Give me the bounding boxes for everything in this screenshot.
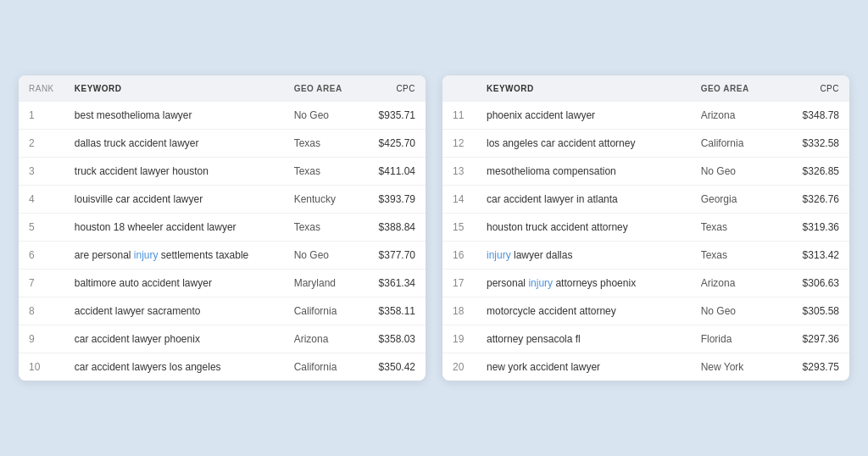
- table-row: 13 mesothelioma compensation No Geo $326…: [442, 158, 849, 186]
- left-col-geo: GEO AREA: [284, 75, 361, 102]
- cell-cpc: $332.58: [777, 130, 849, 158]
- page-wrapper: RANK KEYWORD GEO AREA CPC 1 best mesothe…: [19, 75, 849, 381]
- cell-keyword: los angeles car accident attorney: [476, 130, 691, 158]
- cell-geo: Texas: [284, 158, 361, 186]
- cell-geo: No Geo: [691, 158, 777, 186]
- right-col-rank: [442, 75, 476, 102]
- cell-keyword: are personal injury settlements taxable: [64, 242, 284, 270]
- cell-keyword: best mesothelioma lawyer: [64, 102, 284, 130]
- cell-rank: 20: [442, 353, 476, 381]
- cell-rank: 10: [19, 353, 64, 381]
- cell-keyword: injury lawyer dallas: [476, 242, 691, 270]
- cell-geo: Texas: [284, 214, 361, 242]
- right-col-geo: GEO AREA: [691, 75, 777, 102]
- table-row: 8 accident lawyer sacramento California …: [19, 298, 426, 325]
- cell-keyword: car accident lawyer in atlanta: [476, 186, 691, 214]
- left-col-keyword: KEYWORD: [64, 75, 284, 102]
- right-table: KEYWORD GEO AREA CPC 11 phoenix accident…: [442, 75, 849, 381]
- cell-cpc: $348.78: [777, 102, 849, 130]
- cell-keyword: mesothelioma compensation: [476, 158, 691, 186]
- cell-cpc: $393.79: [361, 186, 426, 214]
- cell-rank: 2: [19, 130, 64, 158]
- cell-geo: No Geo: [284, 242, 361, 270]
- cell-keyword: phoenix accident lawyer: [476, 102, 691, 130]
- cell-cpc: $377.70: [361, 242, 426, 270]
- cell-cpc: $306.63: [777, 270, 849, 298]
- table-row: 17 personal injury attorneys phoenix Ari…: [442, 270, 849, 298]
- left-col-cpc: CPC: [361, 75, 426, 102]
- cell-geo: California: [284, 353, 361, 381]
- cell-cpc: $358.11: [361, 298, 426, 325]
- cell-cpc: $305.58: [777, 298, 849, 325]
- cell-rank: 12: [442, 130, 476, 158]
- table-row: 20 new york accident lawyer New York $29…: [442, 353, 849, 381]
- table-row: 9 car accident lawyer phoenix Arizona $3…: [19, 325, 426, 353]
- cell-keyword: motorcycle accident attorney: [476, 298, 691, 325]
- cell-keyword: accident lawyer sacramento: [64, 298, 284, 325]
- cell-rank: 15: [442, 214, 476, 242]
- cell-geo: Maryland: [284, 270, 361, 298]
- cell-keyword: attorney pensacola fl: [476, 325, 691, 353]
- cell-rank: 1: [19, 102, 64, 130]
- cell-rank: 16: [442, 242, 476, 270]
- cell-geo: Texas: [284, 130, 361, 158]
- cell-cpc: $935.71: [361, 102, 426, 130]
- cell-rank: 14: [442, 186, 476, 214]
- cell-cpc: $297.36: [777, 325, 849, 353]
- table-row: 12 los angeles car accident attorney Cal…: [442, 130, 849, 158]
- cell-rank: 4: [19, 186, 64, 214]
- table-row: 5 houston 18 wheeler accident lawyer Tex…: [19, 214, 426, 242]
- cell-keyword: truck accident lawyer houston: [64, 158, 284, 186]
- cell-rank: 7: [19, 270, 64, 298]
- cell-keyword: louisville car accident lawyer: [64, 186, 284, 214]
- cell-keyword: personal injury attorneys phoenix: [476, 270, 691, 298]
- cell-geo: Arizona: [691, 102, 777, 130]
- cell-rank: 3: [19, 158, 64, 186]
- cell-geo: Florida: [691, 325, 777, 353]
- table-row: 11 phoenix accident lawyer Arizona $348.…: [442, 102, 849, 130]
- cell-geo: Texas: [691, 214, 777, 242]
- table-row: 2 dallas truck accident lawyer Texas $42…: [19, 130, 426, 158]
- cell-rank: 13: [442, 158, 476, 186]
- cell-cpc: $411.04: [361, 158, 426, 186]
- cell-cpc: $326.85: [777, 158, 849, 186]
- cell-keyword: houston 18 wheeler accident lawyer: [64, 214, 284, 242]
- cell-rank: 17: [442, 270, 476, 298]
- table-row: 16 injury lawyer dallas Texas $313.42: [442, 242, 849, 270]
- cell-geo: California: [284, 298, 361, 325]
- table-row: 6 are personal injury settlements taxabl…: [19, 242, 426, 270]
- cell-keyword: car accident lawyer phoenix: [64, 325, 284, 353]
- cell-rank: 6: [19, 242, 64, 270]
- cell-geo: Texas: [691, 242, 777, 270]
- table-row: 19 attorney pensacola fl Florida $297.36: [442, 325, 849, 353]
- cell-cpc: $293.75: [777, 353, 849, 381]
- left-col-rank: RANK: [19, 75, 64, 102]
- cell-cpc: $425.70: [361, 130, 426, 158]
- table-row: 15 houston truck accident attorney Texas…: [442, 214, 849, 242]
- cell-keyword: houston truck accident attorney: [476, 214, 691, 242]
- cell-rank: 5: [19, 214, 64, 242]
- cell-cpc: $319.36: [777, 214, 849, 242]
- cell-geo: California: [691, 130, 777, 158]
- cell-keyword: dallas truck accident lawyer: [64, 130, 284, 158]
- table-row: 1 best mesothelioma lawyer No Geo $935.7…: [19, 102, 426, 130]
- cell-cpc: $361.34: [361, 270, 426, 298]
- cell-geo: No Geo: [284, 102, 361, 130]
- cell-cpc: $326.76: [777, 186, 849, 214]
- cell-geo: Arizona: [284, 325, 361, 353]
- table-row: 3 truck accident lawyer houston Texas $4…: [19, 158, 426, 186]
- cell-geo: No Geo: [691, 298, 777, 325]
- cell-keyword: new york accident lawyer: [476, 353, 691, 381]
- right-col-cpc: CPC: [777, 75, 849, 102]
- cell-rank: 11: [442, 102, 476, 130]
- cell-geo: New York: [691, 353, 777, 381]
- cell-keyword: baltimore auto accident lawyer: [64, 270, 284, 298]
- cell-geo: Georgia: [691, 186, 777, 214]
- cell-rank: 9: [19, 325, 64, 353]
- cell-rank: 8: [19, 298, 64, 325]
- right-table-card: KEYWORD GEO AREA CPC 11 phoenix accident…: [442, 75, 849, 381]
- table-row: 14 car accident lawyer in atlanta Georgi…: [442, 186, 849, 214]
- right-col-keyword: KEYWORD: [476, 75, 691, 102]
- table-row: 18 motorcycle accident attorney No Geo $…: [442, 298, 849, 325]
- cell-cpc: $313.42: [777, 242, 849, 270]
